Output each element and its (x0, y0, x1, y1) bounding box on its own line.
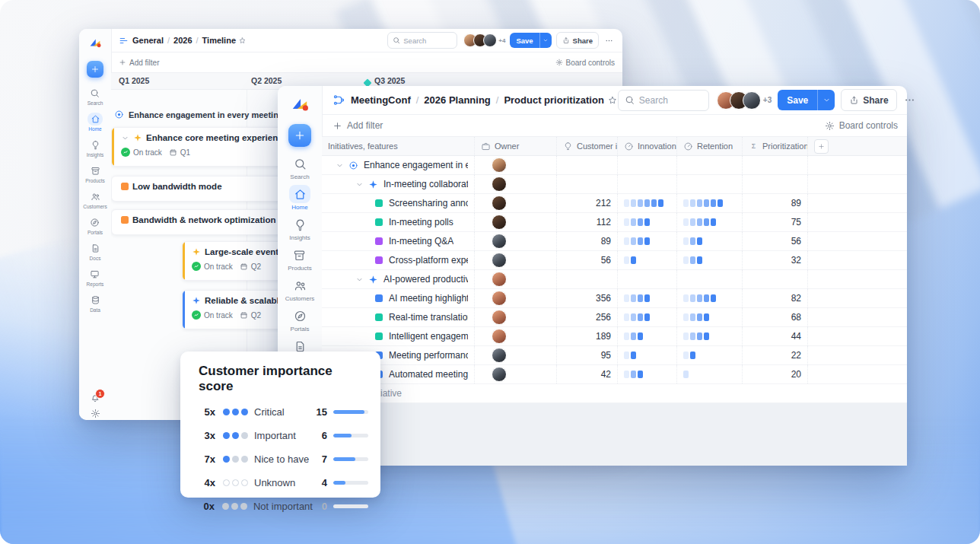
quarter-label: Q1 2025 (119, 76, 149, 85)
table-row[interactable]: Real-time translation25668 (322, 308, 907, 327)
table-row[interactable]: Intelligent engagement reports18944 (322, 327, 907, 346)
segment-bar (683, 237, 702, 245)
avatar[interactable] (483, 33, 497, 47)
add-initiative-button[interactable]: Add initiative (322, 384, 907, 403)
segment (638, 218, 643, 226)
settings-gear-icon[interactable] (91, 409, 100, 418)
sidebar-item-portals[interactable]: Portals (289, 307, 310, 332)
row-title: Cross-platform experience (389, 255, 468, 266)
sidebar-item-home[interactable]: Home (88, 113, 103, 132)
sidebar-item-data[interactable]: Data (88, 294, 103, 313)
sidebar-item-search[interactable]: Search (289, 154, 310, 180)
collaborator-avatars[interactable] (717, 91, 761, 110)
cell-retention (676, 289, 742, 307)
gauge-icon (624, 142, 634, 151)
breadcrumb-item[interactable]: General (132, 36, 164, 45)
timeline-group-header[interactable]: Enhance engagement in every meeting (114, 110, 284, 119)
dot (241, 409, 248, 415)
segment (697, 199, 702, 207)
sidebar-item-products[interactable]: Products (288, 246, 312, 272)
cell-retention (676, 270, 742, 288)
avatar-overflow-count[interactable]: +3 (763, 96, 772, 104)
more-button[interactable] (902, 94, 918, 106)
column-header-customer-importance[interactable]: Customer importance (556, 137, 617, 155)
collaborator-avatars[interactable] (463, 33, 497, 47)
save-button[interactable]: Save (510, 33, 551, 48)
cell-prioritization-score: 89 (742, 194, 807, 212)
sidebar-item-customers[interactable]: Customers (285, 276, 315, 302)
owner-avatar[interactable] (492, 272, 507, 287)
save-dropdown-button[interactable] (817, 90, 835, 110)
notifications-button[interactable]: 1 (90, 393, 100, 403)
sidebar: SearchHomeInsightsProductsCustomersPorta… (79, 29, 112, 420)
column-header-innovation[interactable]: Innovation (617, 137, 676, 155)
favorite-star-icon[interactable] (607, 95, 618, 106)
column-header-owner[interactable]: Owner (474, 137, 556, 155)
table-row[interactable]: AI-powered productivity & insights (322, 270, 907, 289)
create-button[interactable] (87, 61, 103, 78)
card-title-row: Enhance core meeting experience (121, 133, 304, 142)
add-column-button[interactable] (814, 139, 829, 154)
cell-extra (807, 175, 907, 193)
board-controls-button[interactable]: Board controls (555, 59, 615, 67)
owner-avatar[interactable] (492, 177, 507, 192)
search-input[interactable]: Search (387, 32, 457, 49)
sidebar-item-search[interactable]: Search (88, 87, 103, 106)
owner-avatar[interactable] (492, 215, 507, 230)
table-row[interactable]: Meeting performance dashboards9522 (322, 346, 907, 365)
table-row[interactable]: Automated meeting notes4220 (322, 365, 907, 384)
sidebar-item-portals[interactable]: Portals (88, 216, 103, 235)
table-row[interactable]: In-meeting Q&A8956 (322, 232, 907, 251)
breadcrumb-item[interactable]: MeetingConf (351, 94, 411, 106)
owner-avatar[interactable] (492, 253, 507, 268)
breadcrumb-item[interactable]: 2026 Planning (424, 94, 490, 106)
breadcrumb-item[interactable]: Product prioritization (504, 94, 603, 106)
avatar-overflow-count[interactable]: +4 (498, 37, 505, 44)
owner-avatar[interactable] (492, 234, 507, 249)
owner-avatar[interactable] (492, 291, 507, 306)
owner-avatar[interactable] (492, 348, 507, 363)
column-header-retention[interactable]: Retention (676, 137, 742, 155)
search-input[interactable]: Search (618, 90, 709, 111)
add-filter-button[interactable]: Add filter (119, 59, 159, 67)
avatar[interactable] (743, 91, 761, 110)
table-row[interactable]: In-meeting polls11275 (322, 213, 907, 232)
owner-avatar[interactable] (492, 367, 507, 382)
sidebar-item-insights[interactable]: Insights (87, 138, 103, 157)
board-controls-button[interactable]: Board controls (825, 120, 898, 131)
table-row[interactable]: Cross-platform experience5632 (322, 251, 907, 270)
table-row[interactable]: AI meeting highlights35682 (322, 289, 907, 308)
sidebar-item-insights[interactable]: Insights (289, 215, 310, 241)
add-filter-button[interactable]: Add filter (332, 120, 383, 131)
share-button[interactable]: Share (556, 32, 599, 49)
owner-avatar[interactable] (492, 196, 507, 211)
favorite-star-icon[interactable] (238, 37, 247, 45)
sidebar-item-docs[interactable]: Docs (88, 242, 103, 261)
create-button[interactable] (288, 124, 311, 147)
save-dropdown-button[interactable] (539, 33, 552, 48)
table-row[interactable]: In-meeting collaboration (322, 175, 907, 194)
card-period-label: Q2 (251, 262, 261, 271)
owner-avatar[interactable] (492, 310, 507, 325)
sidebar-item-products[interactable]: Products (85, 164, 105, 183)
table-row[interactable]: Enhance engagement in every meeting (322, 156, 907, 175)
breadcrumb-item[interactable]: 2026 (173, 36, 192, 45)
sidebar-item-reports[interactable]: Reports (87, 268, 104, 287)
sidebar-item-home[interactable]: Home (289, 185, 310, 211)
save-button[interactable]: Save (778, 90, 835, 110)
products-icon (91, 166, 100, 176)
breadcrumb-item[interactable]: Timeline (202, 36, 236, 45)
owner-avatar[interactable] (492, 157, 507, 173)
column-header-initiatives[interactable]: Initiatives, features (322, 137, 474, 155)
plus-icon (91, 65, 100, 74)
more-button[interactable] (603, 37, 615, 45)
cell-initiative: Real-time translation (322, 308, 474, 326)
data-icon (91, 295, 100, 305)
sidebar-item-customers[interactable]: Customers (83, 190, 107, 209)
progress-bar (333, 434, 368, 437)
owner-avatar[interactable] (492, 329, 507, 344)
segment (638, 237, 643, 245)
column-header-prioritization-score[interactable]: Σ Prioritization score (742, 137, 807, 155)
share-button[interactable]: Share (841, 89, 896, 111)
table-row[interactable]: Screensharing annotations21289 (322, 194, 907, 213)
